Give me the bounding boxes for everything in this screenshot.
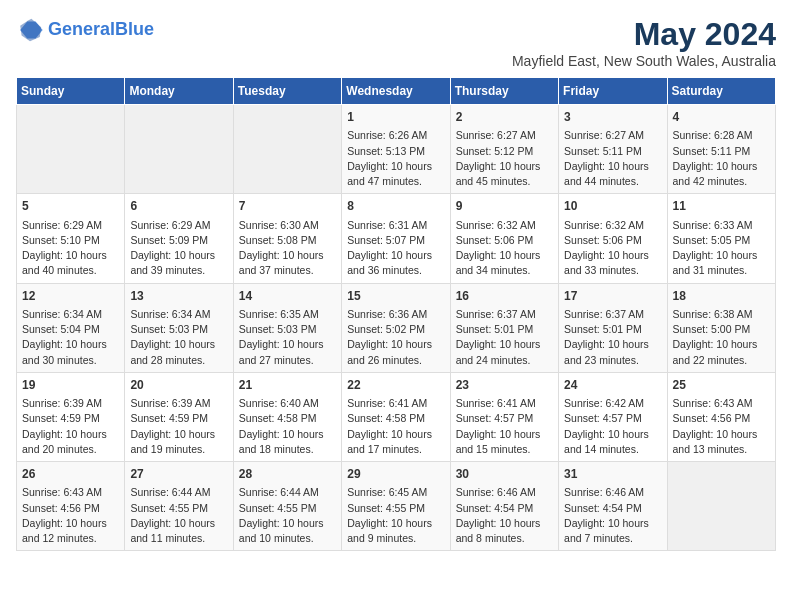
col-header-monday: Monday xyxy=(125,78,233,105)
day-number: 22 xyxy=(347,377,444,394)
day-number: 30 xyxy=(456,466,553,483)
col-header-thursday: Thursday xyxy=(450,78,558,105)
col-header-tuesday: Tuesday xyxy=(233,78,341,105)
cell-content: Sunrise: 6:28 AM Sunset: 5:11 PM Dayligh… xyxy=(673,128,770,189)
day-number: 1 xyxy=(347,109,444,126)
week-row-4: 19Sunrise: 6:39 AM Sunset: 4:59 PM Dayli… xyxy=(17,372,776,461)
week-row-2: 5Sunrise: 6:29 AM Sunset: 5:10 PM Daylig… xyxy=(17,194,776,283)
calendar-cell: 26Sunrise: 6:43 AM Sunset: 4:56 PM Dayli… xyxy=(17,462,125,551)
calendar-cell: 29Sunrise: 6:45 AM Sunset: 4:55 PM Dayli… xyxy=(342,462,450,551)
cell-content: Sunrise: 6:27 AM Sunset: 5:11 PM Dayligh… xyxy=(564,128,661,189)
day-number: 7 xyxy=(239,198,336,215)
cell-content: Sunrise: 6:30 AM Sunset: 5:08 PM Dayligh… xyxy=(239,218,336,279)
header: GeneralBlue May 2024 Mayfield East, New … xyxy=(16,16,776,69)
day-number: 11 xyxy=(673,198,770,215)
calendar-cell: 21Sunrise: 6:40 AM Sunset: 4:58 PM Dayli… xyxy=(233,372,341,461)
day-number: 18 xyxy=(673,288,770,305)
cell-content: Sunrise: 6:41 AM Sunset: 4:58 PM Dayligh… xyxy=(347,396,444,457)
day-number: 31 xyxy=(564,466,661,483)
col-header-wednesday: Wednesday xyxy=(342,78,450,105)
cell-content: Sunrise: 6:37 AM Sunset: 5:01 PM Dayligh… xyxy=(456,307,553,368)
calendar-cell: 1Sunrise: 6:26 AM Sunset: 5:13 PM Daylig… xyxy=(342,105,450,194)
logo-icon xyxy=(16,16,44,44)
calendar-cell: 20Sunrise: 6:39 AM Sunset: 4:59 PM Dayli… xyxy=(125,372,233,461)
cell-content: Sunrise: 6:32 AM Sunset: 5:06 PM Dayligh… xyxy=(564,218,661,279)
day-number: 9 xyxy=(456,198,553,215)
day-number: 16 xyxy=(456,288,553,305)
svg-marker-1 xyxy=(20,19,41,41)
calendar-cell: 24Sunrise: 6:42 AM Sunset: 4:57 PM Dayli… xyxy=(559,372,667,461)
day-number: 29 xyxy=(347,466,444,483)
cell-content: Sunrise: 6:38 AM Sunset: 5:00 PM Dayligh… xyxy=(673,307,770,368)
week-row-5: 26Sunrise: 6:43 AM Sunset: 4:56 PM Dayli… xyxy=(17,462,776,551)
cell-content: Sunrise: 6:39 AM Sunset: 4:59 PM Dayligh… xyxy=(130,396,227,457)
calendar-cell: 5Sunrise: 6:29 AM Sunset: 5:10 PM Daylig… xyxy=(17,194,125,283)
calendar-cell xyxy=(125,105,233,194)
cell-content: Sunrise: 6:34 AM Sunset: 5:03 PM Dayligh… xyxy=(130,307,227,368)
calendar-cell: 11Sunrise: 6:33 AM Sunset: 5:05 PM Dayli… xyxy=(667,194,775,283)
day-number: 15 xyxy=(347,288,444,305)
cell-content: Sunrise: 6:41 AM Sunset: 4:57 PM Dayligh… xyxy=(456,396,553,457)
day-number: 21 xyxy=(239,377,336,394)
cell-content: Sunrise: 6:40 AM Sunset: 4:58 PM Dayligh… xyxy=(239,396,336,457)
cell-content: Sunrise: 6:35 AM Sunset: 5:03 PM Dayligh… xyxy=(239,307,336,368)
cell-content: Sunrise: 6:44 AM Sunset: 4:55 PM Dayligh… xyxy=(130,485,227,546)
calendar-header-row: SundayMondayTuesdayWednesdayThursdayFrid… xyxy=(17,78,776,105)
cell-content: Sunrise: 6:29 AM Sunset: 5:10 PM Dayligh… xyxy=(22,218,119,279)
day-number: 14 xyxy=(239,288,336,305)
day-number: 17 xyxy=(564,288,661,305)
calendar-cell: 23Sunrise: 6:41 AM Sunset: 4:57 PM Dayli… xyxy=(450,372,558,461)
calendar-table: SundayMondayTuesdayWednesdayThursdayFrid… xyxy=(16,77,776,551)
cell-content: Sunrise: 6:45 AM Sunset: 4:55 PM Dayligh… xyxy=(347,485,444,546)
day-number: 24 xyxy=(564,377,661,394)
calendar-cell: 12Sunrise: 6:34 AM Sunset: 5:04 PM Dayli… xyxy=(17,283,125,372)
cell-content: Sunrise: 6:27 AM Sunset: 5:12 PM Dayligh… xyxy=(456,128,553,189)
col-header-saturday: Saturday xyxy=(667,78,775,105)
calendar-cell xyxy=(667,462,775,551)
calendar-cell: 7Sunrise: 6:30 AM Sunset: 5:08 PM Daylig… xyxy=(233,194,341,283)
day-number: 23 xyxy=(456,377,553,394)
calendar-cell: 6Sunrise: 6:29 AM Sunset: 5:09 PM Daylig… xyxy=(125,194,233,283)
day-number: 25 xyxy=(673,377,770,394)
cell-content: Sunrise: 6:46 AM Sunset: 4:54 PM Dayligh… xyxy=(564,485,661,546)
calendar-cell: 22Sunrise: 6:41 AM Sunset: 4:58 PM Dayli… xyxy=(342,372,450,461)
calendar-subtitle: Mayfield East, New South Wales, Australi… xyxy=(512,53,776,69)
calendar-cell: 10Sunrise: 6:32 AM Sunset: 5:06 PM Dayli… xyxy=(559,194,667,283)
calendar-cell: 3Sunrise: 6:27 AM Sunset: 5:11 PM Daylig… xyxy=(559,105,667,194)
logo-line2: Blue xyxy=(115,19,154,39)
title-area: May 2024 Mayfield East, New South Wales,… xyxy=(512,16,776,69)
day-number: 2 xyxy=(456,109,553,126)
day-number: 4 xyxy=(673,109,770,126)
cell-content: Sunrise: 6:26 AM Sunset: 5:13 PM Dayligh… xyxy=(347,128,444,189)
col-header-friday: Friday xyxy=(559,78,667,105)
cell-content: Sunrise: 6:42 AM Sunset: 4:57 PM Dayligh… xyxy=(564,396,661,457)
calendar-cell xyxy=(233,105,341,194)
calendar-cell: 16Sunrise: 6:37 AM Sunset: 5:01 PM Dayli… xyxy=(450,283,558,372)
day-number: 26 xyxy=(22,466,119,483)
calendar-cell: 17Sunrise: 6:37 AM Sunset: 5:01 PM Dayli… xyxy=(559,283,667,372)
logo-text: GeneralBlue xyxy=(48,20,154,40)
calendar-cell: 28Sunrise: 6:44 AM Sunset: 4:55 PM Dayli… xyxy=(233,462,341,551)
cell-content: Sunrise: 6:39 AM Sunset: 4:59 PM Dayligh… xyxy=(22,396,119,457)
day-number: 20 xyxy=(130,377,227,394)
cell-content: Sunrise: 6:43 AM Sunset: 4:56 PM Dayligh… xyxy=(22,485,119,546)
calendar-cell: 9Sunrise: 6:32 AM Sunset: 5:06 PM Daylig… xyxy=(450,194,558,283)
day-number: 27 xyxy=(130,466,227,483)
day-number: 19 xyxy=(22,377,119,394)
day-number: 5 xyxy=(22,198,119,215)
day-number: 6 xyxy=(130,198,227,215)
cell-content: Sunrise: 6:46 AM Sunset: 4:54 PM Dayligh… xyxy=(456,485,553,546)
day-number: 10 xyxy=(564,198,661,215)
week-row-3: 12Sunrise: 6:34 AM Sunset: 5:04 PM Dayli… xyxy=(17,283,776,372)
calendar-cell: 14Sunrise: 6:35 AM Sunset: 5:03 PM Dayli… xyxy=(233,283,341,372)
cell-content: Sunrise: 6:34 AM Sunset: 5:04 PM Dayligh… xyxy=(22,307,119,368)
cell-content: Sunrise: 6:37 AM Sunset: 5:01 PM Dayligh… xyxy=(564,307,661,368)
day-number: 8 xyxy=(347,198,444,215)
calendar-title: May 2024 xyxy=(512,16,776,53)
cell-content: Sunrise: 6:36 AM Sunset: 5:02 PM Dayligh… xyxy=(347,307,444,368)
cell-content: Sunrise: 6:29 AM Sunset: 5:09 PM Dayligh… xyxy=(130,218,227,279)
calendar-cell: 18Sunrise: 6:38 AM Sunset: 5:00 PM Dayli… xyxy=(667,283,775,372)
calendar-cell: 13Sunrise: 6:34 AM Sunset: 5:03 PM Dayli… xyxy=(125,283,233,372)
cell-content: Sunrise: 6:32 AM Sunset: 5:06 PM Dayligh… xyxy=(456,218,553,279)
calendar-cell: 25Sunrise: 6:43 AM Sunset: 4:56 PM Dayli… xyxy=(667,372,775,461)
